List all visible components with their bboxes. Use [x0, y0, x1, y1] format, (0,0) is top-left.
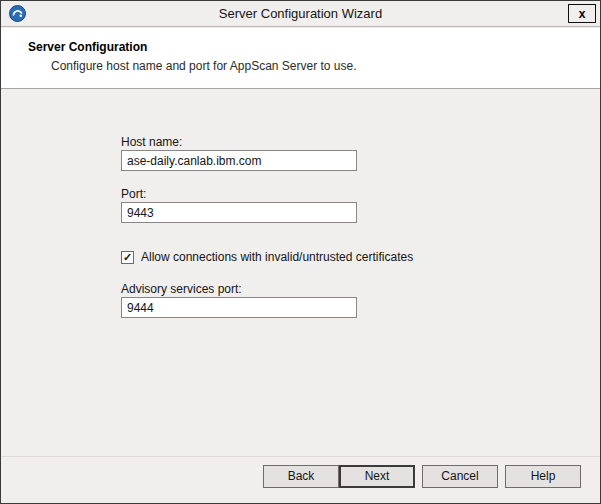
help-button[interactable]: Help [505, 465, 581, 488]
page-title: Server Configuration [28, 40, 147, 54]
footer-divider [1, 456, 600, 457]
next-button[interactable]: Next [339, 465, 415, 488]
advisory-port-label: Advisory services port: [121, 282, 242, 296]
cert-checkbox-label: Allow connections with invalid/untrusted… [141, 250, 413, 264]
back-button[interactable]: Back [263, 465, 339, 488]
title-bar[interactable]: Server Configuration Wizard x [1, 1, 600, 27]
cert-checkbox[interactable]: ✓ [121, 251, 134, 264]
host-name-label: Host name: [121, 135, 182, 149]
form-area: Host name: Port: ✓ Allow connections wit… [1, 90, 600, 503]
port-label: Port: [121, 187, 146, 201]
cert-checkbox-row[interactable]: ✓ Allow connections with invalid/untrust… [121, 250, 413, 264]
cancel-button[interactable]: Cancel [422, 465, 498, 488]
advisory-port-input[interactable] [121, 297, 357, 318]
page-subtitle: Configure host name and port for AppScan… [51, 59, 357, 73]
host-name-input[interactable] [121, 150, 357, 171]
window-title: Server Configuration Wizard [1, 6, 600, 21]
wizard-header: Server Configuration Configure host name… [1, 28, 600, 89]
close-button[interactable]: x [568, 4, 596, 23]
server-configuration-wizard-window: Server Configuration Wizard x Server Con… [0, 0, 601, 504]
port-input[interactable] [121, 202, 357, 223]
